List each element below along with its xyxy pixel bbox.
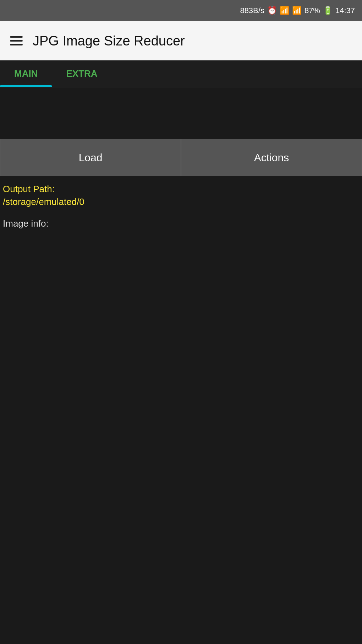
- clock: 14:37: [335, 6, 355, 15]
- main-content: MAIN EXTRA Load Actions Output Path: /st…: [0, 60, 362, 644]
- image-info-label: Image info:: [3, 218, 49, 229]
- load-button[interactable]: Load: [0, 139, 181, 176]
- output-path-label: Output Path: /storage/emulated/0: [3, 183, 359, 209]
- status-bar: 883B/s ⏰ 📶 📶 87% 🔋 14:37: [0, 0, 362, 21]
- actions-button[interactable]: Actions: [181, 139, 362, 176]
- buttons-row: Load Actions: [0, 139, 362, 176]
- hamburger-line-2: [10, 40, 23, 42]
- tab-main-label: MAIN: [14, 68, 38, 79]
- tab-extra[interactable]: EXTRA: [52, 60, 111, 87]
- hamburger-menu-icon[interactable]: [10, 36, 23, 45]
- signal-icon: 📶: [280, 6, 289, 15]
- hamburger-line-1: [10, 36, 23, 38]
- battery-icon: 🔋: [323, 6, 333, 15]
- battery-percent: 87%: [305, 6, 320, 15]
- app-title: JPG Image Size Reducer: [33, 33, 185, 49]
- signal-icon-2: 📶: [292, 6, 302, 15]
- app-bar: JPG Image Size Reducer: [0, 21, 362, 60]
- hamburger-line-3: [10, 44, 23, 45]
- tab-extra-label: EXTRA: [66, 68, 97, 79]
- image-info-section: Image info:: [0, 213, 362, 234]
- image-preview-area: [0, 87, 362, 139]
- tab-bar: MAIN EXTRA: [0, 60, 362, 87]
- output-path-title: Output Path:: [3, 184, 55, 194]
- output-path-section: Output Path: /storage/emulated/0: [0, 176, 362, 213]
- status-icons: 883B/s ⏰ 📶 📶 87% 🔋 14:37: [240, 6, 355, 15]
- tab-main[interactable]: MAIN: [0, 60, 52, 87]
- network-speed: 883B/s: [240, 6, 264, 15]
- output-path-value: /storage/emulated/0: [3, 196, 84, 207]
- alarm-icon: ⏰: [267, 6, 277, 15]
